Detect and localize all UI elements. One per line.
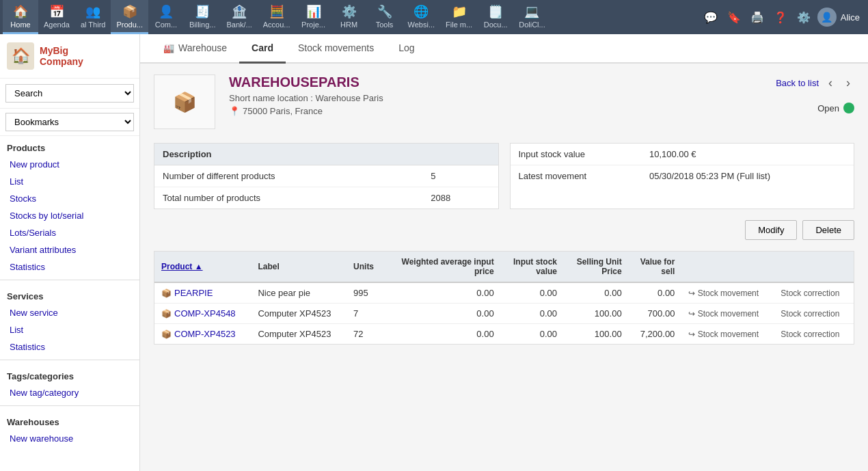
nav-third[interactable]: 👥 al Third xyxy=(75,0,111,34)
tab-warehouse[interactable]: 🏭 Warehouse xyxy=(151,34,239,64)
nav-billing[interactable]: 🧾 Billing... xyxy=(184,0,221,34)
stock-movement-link-3[interactable]: ↪ Stock movement xyxy=(688,329,767,339)
products-icon: 📦 xyxy=(122,4,137,19)
nav-websites[interactable]: 🌐 Websi... xyxy=(403,0,441,34)
warehouse-info: WAREHOUSEPARIS Short name location : War… xyxy=(229,75,762,116)
sidebar-section-services: Services xyxy=(0,284,139,304)
sidebar-item-stats-services[interactable]: Statistics xyxy=(0,338,139,355)
col-vfs: Value forsell xyxy=(629,252,682,282)
nav-commercial-label: Com... xyxy=(155,21,177,29)
product-icon: 📦 xyxy=(161,288,172,298)
settings-icon[interactable]: ⚙️ xyxy=(794,8,813,27)
stock-correction-link-1[interactable]: Stock correction xyxy=(781,288,847,298)
product-cell: 📦 COMP-XP4523 xyxy=(154,324,251,345)
wh-right-actions: Back to list ‹ › Open xyxy=(776,75,854,113)
sidebar-item-new-service[interactable]: New service xyxy=(0,304,139,321)
nav-dolicli-label: DoliCl... xyxy=(519,21,545,29)
table-row: 📦 COMP-XP4548 Computer XP4523 7 0.00 0.0… xyxy=(154,304,854,324)
nav-home[interactable]: 🏠 Home xyxy=(3,0,38,34)
stock-movement-link-2[interactable]: ↪ Stock movement xyxy=(688,309,767,319)
description-header: Description xyxy=(154,144,498,165)
warehouse-image: 📦 xyxy=(154,75,215,129)
hrm-icon: ⚙️ xyxy=(342,4,357,19)
sidebar-search-container: Search xyxy=(0,79,139,109)
nav-commercial[interactable]: 👤 Com... xyxy=(148,0,184,34)
nav-websites-label: Websi... xyxy=(408,21,435,29)
nav-bank[interactable]: 🏦 Bank/... xyxy=(221,0,257,34)
sidebar-item-new-product[interactable]: New product xyxy=(0,156,139,173)
products-table: Product ▲ Label Units Weighted average i… xyxy=(154,252,854,344)
col-product[interactable]: Product ▲ xyxy=(154,252,251,282)
info-row-stock-value: Input stock value 10,100.00 € xyxy=(511,144,854,165)
nav-third-label: al Third xyxy=(81,21,105,29)
divider-1 xyxy=(0,280,139,280)
print-icon[interactable]: 🖨️ xyxy=(748,8,767,27)
help-icon[interactable]: ❓ xyxy=(771,8,790,27)
tab-card[interactable]: Card xyxy=(239,34,286,64)
nav-products[interactable]: 📦 Produ... xyxy=(111,0,148,34)
label-cell: Nice pear pie xyxy=(251,282,347,304)
sidebar-item-stats-products[interactable]: Statistics xyxy=(0,258,139,275)
nav-documents[interactable]: 🗒️ Docu... xyxy=(478,0,513,34)
modify-button[interactable]: Modify xyxy=(745,220,797,240)
sm-cell: ↪ Stock movement xyxy=(681,324,774,345)
sidebar: 🏠 MyBigCompany Search Bookmarks Products… xyxy=(0,34,140,471)
tab-log[interactable]: Log xyxy=(386,34,426,64)
stock-movement-link-1[interactable]: ↪ Stock movement xyxy=(688,288,767,298)
back-to-list-link[interactable]: Back to list xyxy=(776,78,819,88)
nav-projects[interactable]: 📊 Proje... xyxy=(296,0,331,34)
product-link-comp-xp4548[interactable]: 📦 COMP-XP4548 xyxy=(161,308,244,319)
bookmark-icon[interactable]: 🔖 xyxy=(724,8,744,27)
waip-cell: 0.00 xyxy=(384,324,501,345)
bank-icon: 🏦 xyxy=(232,4,247,19)
prev-arrow[interactable]: ‹ xyxy=(824,75,837,92)
sidebar-item-new-tag[interactable]: New tag/category xyxy=(0,384,139,401)
stock-correction-link-2[interactable]: Stock correction xyxy=(781,309,847,319)
product-link-comp-xp4523[interactable]: 📦 COMP-XP4523 xyxy=(161,329,244,339)
info-row-different-products: Number of different products 5 xyxy=(154,165,498,187)
vfs-cell: 0.00 xyxy=(629,282,682,304)
col-label: Label xyxy=(251,252,347,282)
next-arrow[interactable]: › xyxy=(842,75,854,92)
bookmarks-dropdown[interactable]: Bookmarks xyxy=(5,113,134,131)
nav-tools-label: Tools xyxy=(376,21,394,29)
nav-tools[interactable]: 🔧 Tools xyxy=(367,0,403,34)
sidebar-bookmarks-container: Bookmarks xyxy=(0,109,139,136)
delete-button[interactable]: Delete xyxy=(802,220,854,240)
sidebar-item-new-warehouse[interactable]: New warehouse xyxy=(0,430,139,447)
nav-files[interactable]: 📁 File m... xyxy=(440,0,478,34)
user-name: Alice xyxy=(841,12,860,23)
info-row-total-products: Total number of products 2088 xyxy=(154,187,498,209)
divider-3 xyxy=(0,405,139,406)
sidebar-item-variant[interactable]: Variant attributes xyxy=(0,241,139,258)
warehouse-header: 📦 WAREHOUSEPARIS Short name location : W… xyxy=(154,75,854,129)
stock-correction-link-3[interactable]: Stock correction xyxy=(781,329,847,339)
col-units: Units xyxy=(347,252,384,282)
sidebar-item-stocks[interactable]: Stocks xyxy=(0,190,139,207)
search-dropdown[interactable]: Search xyxy=(5,84,134,103)
sidebar-item-list-products[interactable]: List xyxy=(0,173,139,190)
sidebar-item-list-services[interactable]: List xyxy=(0,321,139,338)
status-dot xyxy=(843,103,854,113)
shortname-label: Short name location : xyxy=(229,93,313,103)
location-icon: 📍 xyxy=(229,106,240,116)
user-badge[interactable]: 👤 Alice xyxy=(817,8,860,27)
agenda-icon: 📅 xyxy=(49,4,64,19)
nav-projects-label: Proje... xyxy=(301,21,325,29)
logo-text: MyBigCompany xyxy=(40,45,83,67)
units-cell: 7 xyxy=(347,304,384,324)
nav-accounting[interactable]: 🧮 Accou... xyxy=(258,0,296,34)
tab-stock-movements[interactable]: Stock movements xyxy=(286,34,386,64)
products-table-wrapper: Product ▲ Label Units Weighted average i… xyxy=(154,251,854,345)
divider-2 xyxy=(0,360,139,360)
chat-icon[interactable]: 💬 xyxy=(701,8,720,27)
waip-cell: 0.00 xyxy=(384,304,501,324)
documents-icon: 🗒️ xyxy=(488,4,503,19)
nav-dolicli[interactable]: 💻 DoliCl... xyxy=(513,0,551,34)
product-link-pearpie[interactable]: 📦 PEARPIE xyxy=(161,288,244,298)
nav-hrm[interactable]: ⚙️ HRM xyxy=(331,0,367,34)
websites-icon: 🌐 xyxy=(413,4,429,19)
sidebar-item-lots[interactable]: Lots/Serials xyxy=(0,224,139,241)
sidebar-item-stocks-lot[interactable]: Stocks by lot/serial xyxy=(0,207,139,224)
nav-agenda[interactable]: 📅 Agenda xyxy=(38,0,75,34)
